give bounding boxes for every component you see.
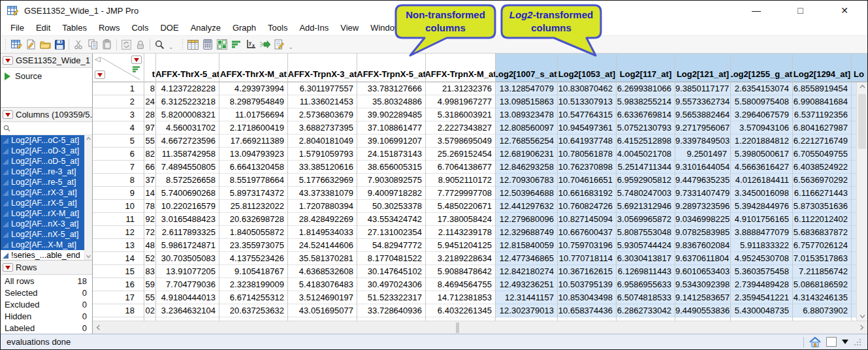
table-cell[interactable]: 10.762370898 xyxy=(558,161,616,174)
table-cell[interactable]: 5.4183076483 xyxy=(288,278,357,291)
table-cell[interactable]: 9.3850117177 xyxy=(675,82,730,95)
table-cell[interactable]: 55 xyxy=(144,135,155,148)
table-cell[interactable]: 9.2501497 xyxy=(675,148,730,161)
table-menu-button[interactable] xyxy=(3,56,13,65)
column-header[interactable]: Lo xyxy=(852,54,867,82)
table-cell[interactable]: 10.780561878 xyxy=(558,148,616,161)
table-cell[interactable]: 30.497024306 xyxy=(357,278,425,291)
table-cell[interactable]: 9.6370611804 xyxy=(675,252,730,265)
table-cell[interactable]: 3.2964067579 xyxy=(731,108,792,121)
column-list-item[interactable]: Log2[AF...X-M_at] xyxy=(1,240,92,250)
table-cell[interactable]: 17.380058424 xyxy=(426,213,495,226)
table-cell[interactable]: 4.3143246135 xyxy=(793,291,851,304)
table-cell[interactable]: 6.4038524922 xyxy=(793,161,851,174)
column-list-item[interactable]: Log2[AF...rX-5_at] xyxy=(1,198,92,208)
table-cell[interactable]: 9.3101644054 xyxy=(675,161,730,174)
table-cell[interactable]: 21.31232376 xyxy=(426,82,495,95)
table-cell[interactable]: 10.661683192 xyxy=(558,187,616,200)
column-header[interactable]: AFFX-TrpnX-3_at xyxy=(288,54,357,82)
scroll-right-icon[interactable] xyxy=(860,324,864,331)
table-cell[interactable]: 4.0126184411 xyxy=(731,174,792,187)
menu-doe[interactable]: DOE xyxy=(154,22,184,34)
table-cell[interactable]: 4.9981967277 xyxy=(426,95,495,108)
table-cell[interactable]: 13.91077205 xyxy=(156,265,219,278)
table-cell[interactable]: 5.0752130793 xyxy=(617,121,675,135)
row-number[interactable]: 12 xyxy=(93,226,144,239)
table-cell[interactable]: 4.0045021708 xyxy=(617,148,675,161)
table-cell[interactable]: 10.760824726 xyxy=(558,200,616,213)
menu-view[interactable]: View xyxy=(334,22,364,34)
table-cell[interactable]: 9.3397849503 xyxy=(675,135,730,148)
table-cell[interactable]: 10.945497361 xyxy=(558,121,616,135)
toolbar-drag-handle[interactable] xyxy=(5,39,7,50)
table-cell[interactable]: 82 xyxy=(144,148,155,161)
table-cell[interactable]: 2.1718600419 xyxy=(219,121,287,135)
maximize-button[interactable]: □ xyxy=(791,2,811,19)
table-cell[interactable]: 5.8087553048 xyxy=(617,226,675,239)
scrollbar-splitter[interactable] xyxy=(456,323,459,333)
column-header[interactable]: t xyxy=(144,54,155,82)
menu-tools[interactable]: Tools xyxy=(262,22,293,34)
row-number[interactable]: 2 xyxy=(93,95,144,108)
table-cell[interactable]: 20.632698728 xyxy=(219,213,287,226)
table-cell[interactable]: 10.220216579 xyxy=(156,200,219,213)
table-cell[interactable]: 5.7480247003 xyxy=(617,187,675,200)
table-cell[interactable]: 12.441297632 xyxy=(496,200,557,213)
table-cell[interactable]: 6.8041627987 xyxy=(793,121,851,135)
table-cell[interactable]: 7.704779036 xyxy=(156,278,219,291)
table-cell[interactable]: 43.373381079 xyxy=(288,187,357,200)
column-list-item[interactable]: Log2[AF...oD-3_at] xyxy=(1,146,92,156)
table-cell[interactable]: 43.553424742 xyxy=(357,213,425,226)
table-cell[interactable]: 6.2699381066 xyxy=(617,82,675,95)
table-cell[interactable]: 1.5791059793 xyxy=(288,148,357,161)
column-list-item[interactable]: Log2[AF...rX-M_at] xyxy=(1,208,92,219)
scrollbar-thumb[interactable] xyxy=(858,94,866,149)
table-cell[interactable]: 3.0569965872 xyxy=(617,213,675,226)
table-cell[interactable]: 39.902289485 xyxy=(357,108,425,121)
menu-edit[interactable]: Edit xyxy=(30,22,56,34)
scroll-left-icon[interactable] xyxy=(96,324,101,331)
quadrants-icon[interactable] xyxy=(215,37,229,52)
table-cell[interactable]: 5.3603575458 xyxy=(731,265,792,278)
row-number[interactable]: 7 xyxy=(93,161,144,174)
table-cell[interactable]: 5.7400690268 xyxy=(156,187,219,200)
bar-chart-icon[interactable] xyxy=(229,37,244,52)
table-cell[interactable]: 5.3186003921 xyxy=(426,108,495,121)
table-cell[interactable]: 4.6368532608 xyxy=(288,265,357,278)
table-cell[interactable]: 20.637253632 xyxy=(219,304,287,317)
table-cell[interactable]: 3.8888477079 xyxy=(731,226,792,239)
column-list-item[interactable]: Log2[AF...re-3_at] xyxy=(1,167,92,177)
search-icon[interactable] xyxy=(152,37,167,52)
table-cell[interactable]: 4.293973994 xyxy=(219,82,287,95)
column-list-item[interactable]: Log2[AF...oC-5_at] xyxy=(1,135,92,146)
table-cell[interactable]: 12.768556254 xyxy=(496,135,557,148)
table-cell[interactable]: 2.3594541221 xyxy=(731,291,792,304)
table-cell[interactable]: 12.31441157 xyxy=(496,291,557,304)
table-cell[interactable]: 02 xyxy=(144,304,155,317)
table-cell[interactable]: 9.2717956067 xyxy=(675,121,730,135)
table-cell[interactable]: 5.0868186592 xyxy=(793,278,851,291)
table-cell[interactable]: 2.5736803679 xyxy=(288,108,357,121)
table-cell[interactable]: 78 xyxy=(144,200,155,213)
table-cell[interactable]: 4.560031702 xyxy=(156,121,219,135)
save-icon[interactable] xyxy=(52,37,67,52)
table-cell[interactable]: 9.5343092398 xyxy=(675,278,730,291)
table-cell[interactable]: 30.147645102 xyxy=(357,265,425,278)
table-cell[interactable]: 6.1166271443 xyxy=(793,187,851,200)
table-cell[interactable]: 9.0782583985 xyxy=(675,226,730,239)
column-header[interactable]: Log2[1255_g_at] xyxy=(731,54,792,82)
table-cell[interactable]: 28.428492269 xyxy=(288,213,357,226)
resize-grip-icon[interactable] xyxy=(854,338,861,346)
table-cell[interactable]: 25.811232022 xyxy=(219,200,287,213)
table-cell[interactable]: 4.1237228228 xyxy=(156,82,219,95)
table-cell[interactable]: 6.1122012402 xyxy=(793,213,851,226)
table-cell[interactable]: 6.4152512898 xyxy=(617,135,675,148)
table-cell[interactable]: 4.9101756165 xyxy=(731,213,792,226)
table-cell[interactable]: 3.2189228634 xyxy=(426,252,495,265)
table-cell[interactable]: 5.1776632969 xyxy=(288,174,357,187)
row-number[interactable]: 5 xyxy=(93,135,144,148)
table-cell[interactable]: 9.5653882464 xyxy=(675,108,730,121)
rows-menu-button[interactable] xyxy=(95,71,105,79)
table-cell[interactable]: 2.6354153074 xyxy=(731,82,792,95)
table-cell[interactable]: 1.8149534033 xyxy=(288,226,357,239)
